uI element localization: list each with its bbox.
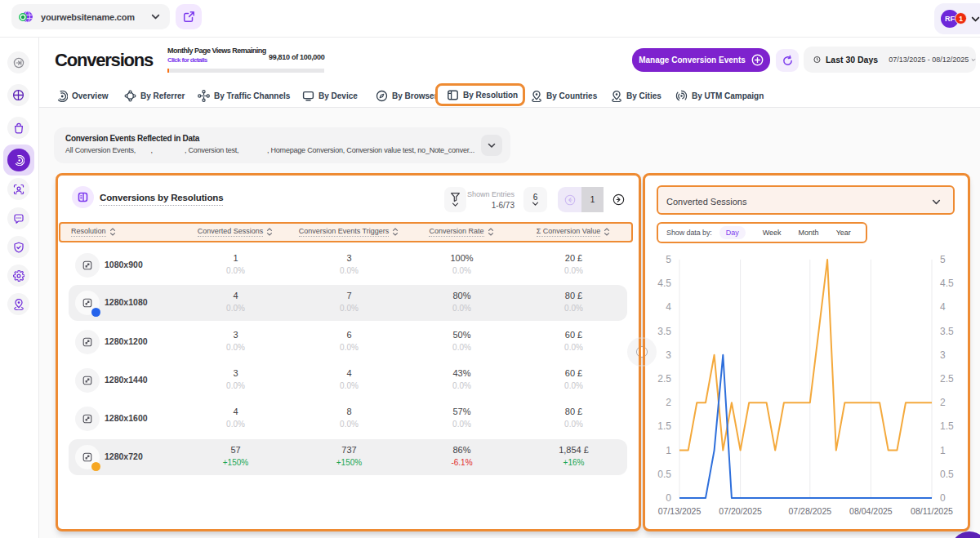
svg-text:3: 3: [940, 349, 946, 361]
svg-text:1: 1: [940, 445, 946, 456]
svg-text:2.5: 2.5: [940, 373, 954, 385]
svg-text:2: 2: [940, 397, 946, 408]
svg-text:1: 1: [666, 445, 671, 456]
svg-text:4.5: 4.5: [657, 278, 671, 289]
svg-text:2.5: 2.5: [657, 373, 671, 385]
svg-text:4.5: 4.5: [940, 278, 954, 289]
svg-text:3.5: 3.5: [657, 326, 671, 337]
svg-text:1.5: 1.5: [657, 420, 671, 432]
svg-text:08/11/2025: 08/11/2025: [911, 506, 953, 516]
svg-text:4: 4: [940, 301, 946, 313]
svg-text:2: 2: [666, 397, 671, 408]
svg-text:3: 3: [666, 349, 671, 361]
svg-text:1.5: 1.5: [940, 420, 954, 432]
svg-text:0.5: 0.5: [657, 469, 671, 480]
svg-text:0.5: 0.5: [940, 469, 954, 480]
svg-text:0: 0: [940, 492, 946, 504]
svg-text:07/13/2025: 07/13/2025: [658, 506, 702, 516]
svg-text:07/20/2025: 07/20/2025: [719, 506, 762, 516]
svg-text:3.5: 3.5: [940, 326, 954, 337]
svg-text:0: 0: [666, 492, 671, 504]
svg-text:5: 5: [940, 254, 946, 265]
svg-text:4: 4: [666, 301, 671, 313]
svg-text:08/04/2025: 08/04/2025: [849, 506, 893, 516]
svg-text:07/28/2025: 07/28/2025: [789, 506, 832, 516]
svg-text:5: 5: [666, 254, 671, 265]
